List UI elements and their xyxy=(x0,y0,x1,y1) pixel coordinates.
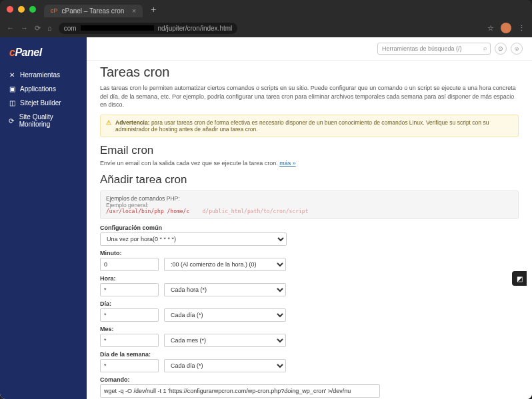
search-icon: ⌕ xyxy=(483,45,487,51)
browser-tab[interactable]: cP cPanel – Tareas cron × xyxy=(44,5,143,17)
reload-icon[interactable]: ⟳ xyxy=(35,24,41,33)
email-more-link[interactable]: más » xyxy=(279,160,296,167)
sidebar-item-tools[interactable]: ✕Herramientas xyxy=(0,68,87,82)
minute-input[interactable] xyxy=(100,258,159,271)
email-cron-heading: Email cron xyxy=(100,144,519,157)
sidebar-item-sitejet[interactable]: ◫Sitejet Builder xyxy=(0,96,87,110)
hour-select[interactable]: Cada hora (*) xyxy=(164,283,286,296)
url-prefix: com xyxy=(64,25,77,32)
common-settings-select[interactable]: Una vez por hora(0 * * * *) xyxy=(100,232,287,246)
sitejet-icon: ◫ xyxy=(8,99,16,107)
url-suffix: nd/jupiter/cron/index.html xyxy=(158,25,233,32)
monitor-icon: ⟳ xyxy=(8,117,15,125)
search-input[interactable]: Herramientas de búsqueda (/) ⌕ xyxy=(377,43,491,55)
command-input[interactable] xyxy=(100,384,380,398)
cpanel-favicon: cP xyxy=(51,7,58,14)
page-title: Tareas cron xyxy=(100,65,519,80)
notifications-button[interactable]: ⊙ xyxy=(495,43,507,55)
address-bar[interactable]: com nd/jupiter/cron/index.html xyxy=(59,23,238,34)
sidebar-item-applications[interactable]: ▣Applications xyxy=(0,82,87,96)
minute-select[interactable]: :00 (Al comienzo de la hora.) (0) xyxy=(164,258,286,271)
intro-text: Las tareas cron le permiten automatizar … xyxy=(100,84,519,109)
tab-title: cPanel – Tareas cron xyxy=(62,7,125,15)
sidebar-item-site-quality[interactable]: ⟳Site Quality Monitoring xyxy=(0,110,87,131)
minute-label: Minuto: xyxy=(100,250,519,256)
url-redacted xyxy=(81,25,154,31)
user-button[interactable]: ☺ xyxy=(511,43,523,55)
warning-icon: ⚠ xyxy=(106,119,111,133)
tools-icon: ✕ xyxy=(8,71,16,79)
hour-label: Hora: xyxy=(100,275,519,282)
weekday-select[interactable]: Cada día (*) xyxy=(164,359,286,372)
month-label: Mes: xyxy=(100,326,519,332)
add-cron-heading: Añadir tarea cron xyxy=(100,173,519,187)
feedback-float-button[interactable]: ◩ xyxy=(512,271,527,286)
day-label: Día: xyxy=(100,300,519,307)
weekday-label: Día de la semana: xyxy=(100,351,519,358)
command-label: Comando: xyxy=(100,376,519,383)
back-icon[interactable]: ← xyxy=(7,24,14,32)
hour-input[interactable] xyxy=(100,283,159,296)
apps-icon: ▣ xyxy=(8,85,16,93)
common-settings-label: Configuración común xyxy=(100,224,519,231)
forward-icon[interactable]: → xyxy=(21,24,28,32)
profile-avatar[interactable] xyxy=(501,23,511,33)
month-select[interactable]: Cada mes (*) xyxy=(164,334,286,347)
day-input[interactable] xyxy=(100,308,159,322)
warning-alert: ⚠ Advertencia: para usar tareas cron de … xyxy=(100,115,519,137)
cpanel-logo[interactable]: Panel xyxy=(0,44,87,68)
window-controls[interactable] xyxy=(7,6,36,13)
email-cron-text: Envíe un email con la salida cada vez qu… xyxy=(100,160,519,167)
star-icon[interactable]: ☆ xyxy=(487,24,494,33)
menu-icon[interactable]: ⋮ xyxy=(518,24,525,33)
home-icon[interactable]: ⌂ xyxy=(47,24,52,32)
close-icon[interactable]: × xyxy=(132,7,136,15)
day-select[interactable]: Cada día (*) xyxy=(164,308,286,322)
php-examples-box: Ejemplos de comandos PHP: Ejemplo genera… xyxy=(100,191,519,219)
new-tab-button[interactable]: + xyxy=(151,4,156,15)
weekday-input[interactable] xyxy=(100,359,159,372)
month-input[interactable] xyxy=(100,334,159,347)
